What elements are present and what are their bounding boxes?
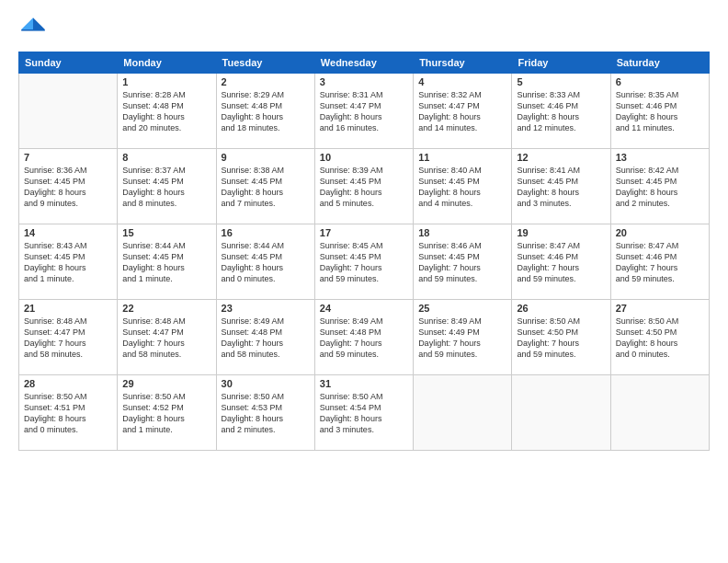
day-header-thursday: Thursday: [414, 52, 512, 74]
day-info: Sunrise: 8:47 AM Sunset: 4:46 PM Dayligh…: [517, 240, 605, 285]
svg-marker-1: [21, 17, 33, 29]
day-info: Sunrise: 8:49 AM Sunset: 4:48 PM Dayligh…: [320, 316, 408, 361]
day-number: 6: [616, 76, 704, 87]
day-number: 16: [222, 227, 310, 238]
day-info: Sunrise: 8:29 AM Sunset: 4:48 PM Dayligh…: [222, 89, 310, 134]
calendar-cell: 7Sunrise: 8:36 AM Sunset: 4:45 PM Daylig…: [19, 149, 118, 224]
calendar-cell: 19Sunrise: 8:47 AM Sunset: 4:46 PM Dayli…: [512, 224, 610, 300]
day-info: Sunrise: 8:50 AM Sunset: 4:51 PM Dayligh…: [24, 391, 112, 436]
day-info: Sunrise: 8:43 AM Sunset: 4:45 PM Dayligh…: [24, 240, 112, 285]
day-number: 10: [320, 152, 408, 163]
calendar-cell: 15Sunrise: 8:44 AM Sunset: 4:45 PM Dayli…: [118, 224, 216, 300]
day-number: 7: [24, 152, 112, 163]
day-info: Sunrise: 8:50 AM Sunset: 4:52 PM Dayligh…: [122, 391, 210, 436]
calendar-cell: 12Sunrise: 8:41 AM Sunset: 4:45 PM Dayli…: [512, 149, 610, 224]
day-info: Sunrise: 8:44 AM Sunset: 4:45 PM Dayligh…: [122, 240, 210, 285]
day-number: 4: [418, 76, 506, 87]
day-number: 31: [320, 378, 408, 389]
calendar-cell: 28Sunrise: 8:50 AM Sunset: 4:51 PM Dayli…: [19, 375, 118, 451]
day-info: Sunrise: 8:50 AM Sunset: 4:54 PM Dayligh…: [320, 391, 408, 436]
calendar-table: SundayMondayTuesdayWednesdayThursdayFrid…: [18, 52, 710, 451]
day-info: Sunrise: 8:39 AM Sunset: 4:45 PM Dayligh…: [320, 165, 408, 210]
day-header-sunday: Sunday: [19, 52, 118, 74]
day-info: Sunrise: 8:36 AM Sunset: 4:45 PM Dayligh…: [24, 165, 112, 210]
day-number: 21: [24, 303, 112, 314]
calendar-week-row: 14Sunrise: 8:43 AM Sunset: 4:45 PM Dayli…: [19, 224, 710, 300]
day-number: 5: [517, 76, 605, 87]
day-info: Sunrise: 8:50 AM Sunset: 4:50 PM Dayligh…: [616, 316, 704, 361]
calendar-cell: 27Sunrise: 8:50 AM Sunset: 4:50 PM Dayli…: [610, 300, 709, 375]
calendar-cell: 8Sunrise: 8:37 AM Sunset: 4:45 PM Daylig…: [118, 149, 216, 224]
calendar-cell: [414, 375, 512, 451]
day-header-tuesday: Tuesday: [216, 52, 314, 74]
day-number: 25: [418, 303, 506, 314]
calendar-header-row: SundayMondayTuesdayWednesdayThursdayFrid…: [19, 52, 710, 74]
calendar-cell: 20Sunrise: 8:47 AM Sunset: 4:46 PM Dayli…: [610, 224, 709, 300]
calendar-cell: 5Sunrise: 8:33 AM Sunset: 4:46 PM Daylig…: [512, 74, 610, 149]
calendar-cell: 30Sunrise: 8:50 AM Sunset: 4:53 PM Dayli…: [216, 375, 314, 451]
day-number: 3: [320, 76, 408, 87]
day-info: Sunrise: 8:31 AM Sunset: 4:47 PM Dayligh…: [320, 89, 408, 134]
calendar-cell: 6Sunrise: 8:35 AM Sunset: 4:46 PM Daylig…: [610, 74, 709, 149]
day-info: Sunrise: 8:40 AM Sunset: 4:45 PM Dayligh…: [418, 165, 506, 210]
day-info: Sunrise: 8:33 AM Sunset: 4:46 PM Dayligh…: [517, 89, 605, 134]
calendar-cell: 11Sunrise: 8:40 AM Sunset: 4:45 PM Dayli…: [414, 149, 512, 224]
calendar-cell: 16Sunrise: 8:44 AM Sunset: 4:45 PM Dayli…: [216, 224, 314, 300]
day-info: Sunrise: 8:38 AM Sunset: 4:45 PM Dayligh…: [222, 165, 310, 210]
day-info: Sunrise: 8:49 AM Sunset: 4:48 PM Dayligh…: [222, 316, 310, 361]
day-number: 15: [122, 227, 210, 238]
day-header-saturday: Saturday: [610, 52, 709, 74]
day-info: Sunrise: 8:37 AM Sunset: 4:45 PM Dayligh…: [122, 165, 210, 210]
calendar-cell: 1Sunrise: 8:28 AM Sunset: 4:48 PM Daylig…: [118, 74, 216, 149]
header: [18, 15, 710, 44]
calendar-cell: [610, 375, 709, 451]
calendar-week-row: 28Sunrise: 8:50 AM Sunset: 4:51 PM Dayli…: [19, 375, 710, 451]
day-info: Sunrise: 8:44 AM Sunset: 4:45 PM Dayligh…: [222, 240, 310, 285]
calendar-cell: 10Sunrise: 8:39 AM Sunset: 4:45 PM Dayli…: [314, 149, 413, 224]
calendar-cell: 26Sunrise: 8:50 AM Sunset: 4:50 PM Dayli…: [512, 300, 610, 375]
calendar-cell: [19, 74, 118, 149]
day-number: 23: [222, 303, 310, 314]
day-info: Sunrise: 8:46 AM Sunset: 4:45 PM Dayligh…: [418, 240, 506, 285]
day-number: 17: [320, 227, 408, 238]
day-number: 1: [122, 76, 210, 87]
day-header-wednesday: Wednesday: [314, 52, 413, 74]
day-number: 24: [320, 303, 408, 314]
day-number: 20: [616, 227, 704, 238]
day-number: 13: [616, 152, 704, 163]
logo-icon: [18, 15, 48, 44]
day-number: 27: [616, 303, 704, 314]
calendar-cell: 23Sunrise: 8:49 AM Sunset: 4:48 PM Dayli…: [216, 300, 314, 375]
calendar-week-row: 7Sunrise: 8:36 AM Sunset: 4:45 PM Daylig…: [19, 149, 710, 224]
day-header-friday: Friday: [512, 52, 610, 74]
day-number: 30: [222, 378, 310, 389]
day-number: 2: [222, 76, 310, 87]
day-number: 9: [222, 152, 310, 163]
day-number: 11: [418, 152, 506, 163]
day-info: Sunrise: 8:48 AM Sunset: 4:47 PM Dayligh…: [24, 316, 112, 361]
day-info: Sunrise: 8:32 AM Sunset: 4:47 PM Dayligh…: [418, 89, 506, 134]
svg-marker-0: [33, 17, 45, 29]
day-number: 26: [517, 303, 605, 314]
calendar-cell: 29Sunrise: 8:50 AM Sunset: 4:52 PM Dayli…: [118, 375, 216, 451]
day-number: 18: [418, 227, 506, 238]
calendar-cell: 25Sunrise: 8:49 AM Sunset: 4:49 PM Dayli…: [414, 300, 512, 375]
day-info: Sunrise: 8:49 AM Sunset: 4:49 PM Dayligh…: [418, 316, 506, 361]
calendar-cell: 18Sunrise: 8:46 AM Sunset: 4:45 PM Dayli…: [414, 224, 512, 300]
day-number: 19: [517, 227, 605, 238]
calendar-week-row: 21Sunrise: 8:48 AM Sunset: 4:47 PM Dayli…: [19, 300, 710, 375]
calendar-cell: 24Sunrise: 8:49 AM Sunset: 4:48 PM Dayli…: [314, 300, 413, 375]
calendar-cell: 9Sunrise: 8:38 AM Sunset: 4:45 PM Daylig…: [216, 149, 314, 224]
calendar-cell: 31Sunrise: 8:50 AM Sunset: 4:54 PM Dayli…: [314, 375, 413, 451]
day-info: Sunrise: 8:45 AM Sunset: 4:45 PM Dayligh…: [320, 240, 408, 285]
calendar-cell: 21Sunrise: 8:48 AM Sunset: 4:47 PM Dayli…: [19, 300, 118, 375]
page: SundayMondayTuesdayWednesdayThursdayFrid…: [0, 0, 728, 563]
day-number: 22: [122, 303, 210, 314]
calendar-cell: 3Sunrise: 8:31 AM Sunset: 4:47 PM Daylig…: [314, 74, 413, 149]
calendar-cell: [512, 375, 610, 451]
day-info: Sunrise: 8:41 AM Sunset: 4:45 PM Dayligh…: [517, 165, 605, 210]
day-number: 8: [122, 152, 210, 163]
day-info: Sunrise: 8:50 AM Sunset: 4:50 PM Dayligh…: [517, 316, 605, 361]
day-info: Sunrise: 8:42 AM Sunset: 4:45 PM Dayligh…: [616, 165, 704, 210]
day-number: 28: [24, 378, 112, 389]
